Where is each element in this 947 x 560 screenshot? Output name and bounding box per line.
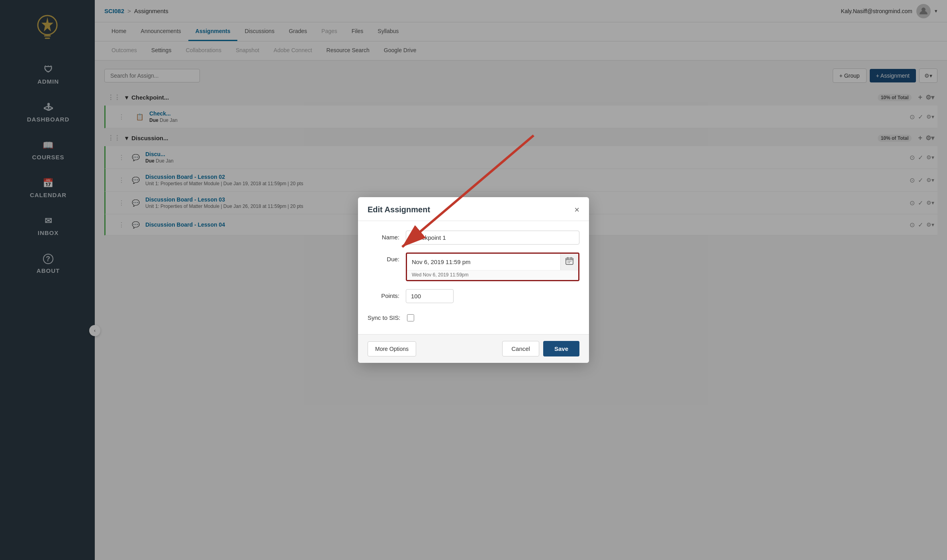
modal-overlay[interactable]: Edit Assignment × Name: Due:	[0, 0, 947, 560]
sync-sis-row: Sync to SIS:	[368, 311, 579, 321]
name-input[interactable]	[406, 231, 579, 245]
calendar-icon	[565, 257, 573, 265]
more-options-button[interactable]: More Options	[368, 341, 416, 356]
svg-point-11	[568, 262, 569, 263]
modal-footer: More Options Cancel Save	[358, 334, 589, 363]
name-label: Name:	[368, 231, 399, 241]
due-date-wrapper: Wed Nov 6, 2019 11:59pm	[406, 253, 579, 281]
cancel-button[interactable]: Cancel	[502, 341, 539, 356]
edit-assignment-modal: Edit Assignment × Name: Due:	[358, 197, 589, 363]
modal-body: Name: Due:	[358, 221, 589, 334]
due-field-row: Due:	[368, 253, 579, 281]
svg-point-8	[568, 261, 569, 262]
due-label: Due:	[368, 253, 399, 262]
sync-sis-checkbox[interactable]	[407, 314, 414, 321]
svg-point-9	[569, 261, 570, 262]
calendar-button[interactable]	[560, 254, 578, 270]
due-date-hint: Wed Nov 6, 2019 11:59pm	[407, 270, 578, 280]
name-field-row: Name:	[368, 231, 579, 245]
save-button[interactable]: Save	[543, 341, 579, 356]
due-date-input[interactable]	[407, 255, 560, 268]
points-input[interactable]	[406, 289, 454, 303]
sync-sis-label: Sync to SIS:	[368, 311, 401, 321]
svg-point-12	[569, 262, 570, 263]
points-field-row: Points:	[368, 289, 579, 303]
due-date-input-row	[407, 254, 578, 270]
svg-point-10	[571, 261, 571, 262]
modal-header: Edit Assignment ×	[358, 197, 589, 221]
modal-title: Edit Assignment	[368, 205, 430, 214]
modal-footer-right: Cancel Save	[502, 341, 579, 356]
points-label: Points:	[368, 289, 399, 299]
modal-close-button[interactable]: ×	[574, 206, 579, 214]
